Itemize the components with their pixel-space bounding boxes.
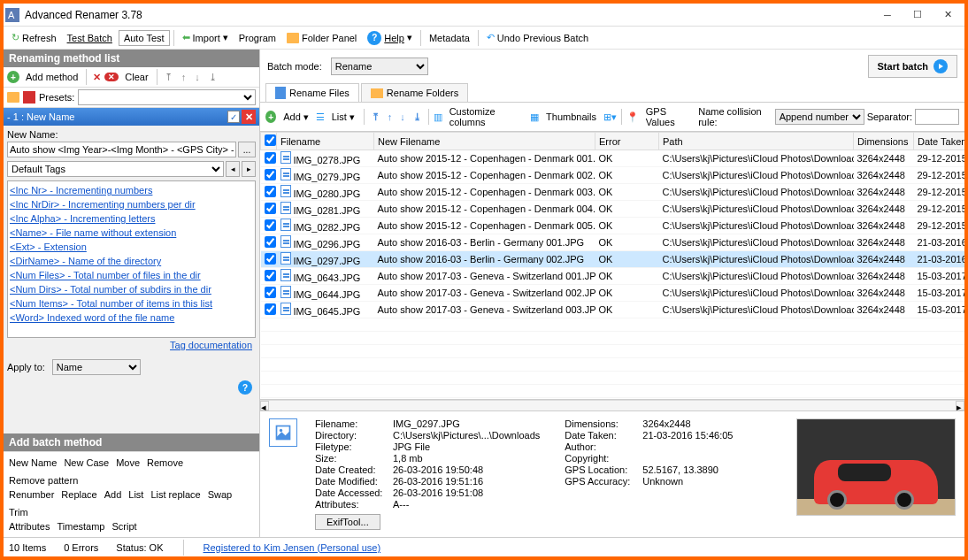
tag-link[interactable]: <Inc Alpha> - Incrementing letters — [10, 211, 253, 226]
batch-mode-combo[interactable]: Rename — [331, 58, 428, 75]
new-name-input[interactable] — [7, 142, 236, 157]
customize-columns-button[interactable]: Customize columns — [445, 104, 527, 129]
gps-values-button[interactable]: GPS Values — [641, 104, 695, 129]
file-grid[interactable]: FilenameNew FilenameErrorPathDimensionsD… — [260, 132, 964, 400]
batch-method-script[interactable]: Script — [111, 521, 136, 532]
tag-link[interactable]: <Ext> - Extension — [10, 240, 253, 254]
bottom-button[interactable]: ⤓ — [411, 111, 424, 123]
batch-method-renumber[interactable]: Renumber — [9, 489, 54, 500]
row-checkbox[interactable] — [265, 236, 276, 248]
tag-link[interactable]: <Name> - File name without extension — [10, 226, 253, 240]
table-row[interactable]: IMG_0282.JPGAuto show 2015-12 - Copenhag… — [261, 218, 965, 234]
batch-method-swap[interactable]: Swap — [208, 489, 233, 500]
method-titlebar[interactable]: - 1 : New Name ✓ ✕ — [4, 108, 259, 126]
tag-link[interactable]: <Inc Nr> - Incrementing numbers — [10, 183, 253, 197]
separator-input[interactable] — [915, 109, 959, 125]
method-close-button[interactable]: ✕ — [242, 110, 256, 124]
row-checkbox[interactable] — [265, 270, 276, 281]
tag-link[interactable]: <Num Files> - Total number of files in t… — [10, 268, 253, 282]
method-help-icon[interactable]: ? — [238, 380, 252, 395]
auto-test-button[interactable]: Auto Test — [119, 30, 170, 46]
program-button[interactable]: Program — [234, 31, 280, 45]
column-header[interactable]: Filename — [277, 133, 374, 150]
batch-method-list-replace[interactable]: List replace — [150, 489, 200, 500]
tag-category-combo[interactable]: Default Tags — [7, 161, 224, 177]
tag-link[interactable]: <Inc NrDir> - Incrementing numbers per d… — [10, 197, 253, 211]
table-row[interactable]: IMG_0279.JPGAuto show 2015-12 - Copenhag… — [261, 167, 965, 184]
save-preset-icon[interactable] — [23, 91, 35, 104]
tag-next-button[interactable]: ▸ — [242, 161, 256, 177]
table-row[interactable]: IMG_0296.JPGAuto show 2016-03 - Berlin -… — [261, 234, 965, 251]
tab-rename-files[interactable]: Rename Files — [265, 83, 359, 102]
row-checkbox[interactable] — [265, 203, 276, 214]
undo-button[interactable]: ↶Undo Previous Batch — [482, 30, 593, 45]
list-menu-button[interactable]: List▾ — [327, 110, 359, 125]
move-down-button[interactable]: ↓ — [191, 70, 204, 84]
table-row[interactable]: IMG_0643.JPGAuto show 2017-03 - Geneva -… — [261, 268, 965, 285]
name-more-button[interactable]: ... — [238, 142, 256, 157]
row-checkbox[interactable] — [265, 303, 276, 315]
batch-method-attributes[interactable]: Attributes — [9, 521, 50, 532]
add-method-button[interactable]: Add method — [21, 70, 82, 84]
open-preset-icon[interactable] — [7, 92, 19, 103]
batch-method-timestamp[interactable]: Timestamp — [57, 521, 104, 532]
row-checkbox[interactable] — [265, 152, 276, 164]
table-row[interactable]: IMG_0297.JPGAuto show 2016-03 - Berlin -… — [261, 251, 965, 268]
column-header[interactable]: Date Taken — [914, 133, 965, 150]
help-button[interactable]: ?Help▾ — [363, 29, 417, 47]
batch-method-remove[interactable]: Remove — [147, 457, 183, 468]
column-header[interactable]: Dimensions — [854, 133, 914, 150]
top-button[interactable]: ⤒ — [369, 111, 382, 123]
refresh-button[interactable]: ↻Refresh — [7, 30, 61, 45]
presets-combo[interactable] — [78, 89, 256, 105]
up-button[interactable]: ↑ — [385, 111, 396, 122]
registration-link[interactable]: Registered to Kim Jensen (Personal use) — [204, 542, 381, 553]
exiftool-button[interactable]: ExifTool... — [315, 514, 380, 530]
row-checkbox[interactable] — [265, 253, 276, 265]
x-icon[interactable]: ✕ — [90, 71, 103, 83]
tag-link[interactable]: <DirName> - Name of the directory — [10, 254, 253, 268]
start-batch-button[interactable]: Start batch — [868, 55, 957, 78]
column-header[interactable]: Path — [659, 133, 854, 150]
tag-link[interactable]: <Num Items> - Total number of items in t… — [10, 296, 253, 311]
table-row[interactable]: IMG_0644.JPGAuto show 2017-03 - Geneva -… — [261, 285, 965, 302]
autosize-icon[interactable]: ⊞▾ — [603, 111, 617, 123]
batch-method-list[interactable]: List — [128, 489, 143, 500]
row-checkbox[interactable] — [265, 169, 276, 180]
column-header[interactable]: Error — [595, 133, 659, 150]
down-button[interactable]: ↓ — [397, 111, 408, 122]
thumbnails-button[interactable]: Thumbnails — [542, 110, 601, 124]
batch-method-replace[interactable]: Replace — [61, 489, 96, 500]
table-row[interactable]: IMG_0280.JPGAuto show 2015-12 - Copenhag… — [261, 184, 965, 201]
move-top-button[interactable]: ⤒ — [161, 70, 176, 85]
table-row[interactable]: IMG_0645.JPGAuto show 2017-03 - Geneva -… — [261, 302, 965, 318]
batch-method-new-case[interactable]: New Case — [64, 457, 109, 468]
folder-panel-button[interactable]: Folder Panel — [282, 31, 361, 45]
tag-link[interactable]: <Word> Indexed word of the file name — [10, 311, 253, 325]
row-checkbox[interactable] — [265, 287, 276, 298]
close-button[interactable]: ✕ — [933, 4, 963, 26]
minimize-button[interactable]: ─ — [872, 4, 903, 26]
method-enabled-checkbox[interactable]: ✓ — [227, 111, 240, 123]
batch-method-add[interactable]: Add — [104, 489, 122, 500]
move-bottom-button[interactable]: ⤓ — [205, 70, 220, 85]
batch-method-new-name[interactable]: New Name — [9, 457, 57, 468]
horizontal-scrollbar[interactable]: ◂▸ — [260, 400, 964, 410]
apply-to-combo[interactable]: Name — [52, 359, 141, 375]
batch-method-trim[interactable]: Trim — [9, 507, 28, 518]
column-header[interactable]: New Filename — [374, 133, 595, 150]
import-button[interactable]: ⬅Import▾ — [178, 30, 233, 45]
metadata-button[interactable]: Metadata — [425, 31, 474, 45]
table-row[interactable]: IMG_0278.JPGAuto show 2015-12 - Copenhag… — [261, 150, 965, 167]
collision-combo[interactable]: Append number — [775, 109, 864, 125]
tag-link[interactable]: <Num Dirs> - Total number of subdirs in … — [10, 282, 253, 296]
tab-rename-folders[interactable]: Rename Folders — [361, 83, 468, 102]
tag-documentation-link[interactable]: Tag documentation — [170, 340, 252, 350]
move-up-button[interactable]: ↑ — [178, 70, 190, 84]
row-checkbox[interactable] — [265, 186, 276, 197]
tag-list[interactable]: <Inc Nr> - Incrementing numbers<Inc NrDi… — [7, 180, 256, 338]
row-checkbox[interactable] — [265, 219, 276, 231]
tag-prev-button[interactable]: ◂ — [226, 161, 240, 177]
add-files-button[interactable]: Add▾ — [279, 110, 313, 125]
batch-method-remove-pattern[interactable]: Remove pattern — [9, 475, 78, 486]
